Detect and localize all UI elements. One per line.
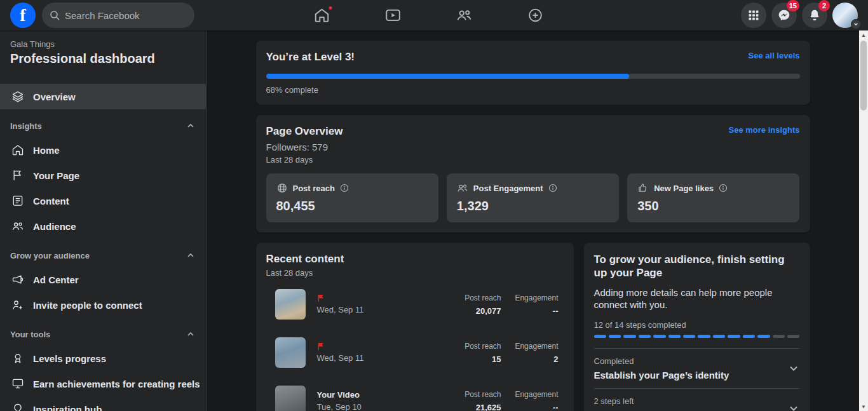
facebook-logo[interactable]: f	[10, 3, 36, 28]
notifications-button[interactable]: 2	[802, 3, 827, 28]
stat-value: 350	[637, 199, 789, 213]
info-icon[interactable]	[719, 184, 728, 192]
account-button[interactable]	[832, 3, 858, 28]
sidebar-section-grow-your-audience[interactable]: Grow your audience	[0, 244, 206, 267]
sidebar-item-earn-achievements[interactable]: Earn achievements for creating reels	[0, 371, 206, 396]
section-label: Grow your audience	[10, 251, 90, 260]
sidebar-item-content[interactable]: Content	[0, 188, 206, 213]
scrollbar-thumb[interactable]	[860, 41, 867, 111]
stat-post-engagement[interactable]: Post Engagement 1,329	[447, 173, 619, 222]
see-all-levels-link[interactable]: See all levels	[749, 51, 800, 60]
page-overview-title: Page Overview	[266, 125, 343, 138]
post-thumbnail[interactable]	[275, 386, 306, 411]
sidebar-item-invite-people[interactable]: Invite people to connect	[0, 292, 206, 318]
messenger-badge: 15	[787, 0, 799, 11]
medal-icon	[10, 351, 25, 366]
chevron-down-icon	[787, 362, 800, 375]
home-tab[interactable]	[294, 0, 350, 30]
accordion-establish-identity[interactable]: Completed Establish your Page’s identity	[594, 348, 800, 388]
topbar-left: f	[10, 3, 194, 28]
sidebar-section-your-tools[interactable]: Your tools	[0, 323, 206, 346]
scroll-down-arrow[interactable]: ▼	[859, 402, 868, 411]
post-title: Your Video	[317, 390, 362, 400]
groups-tab[interactable]	[437, 0, 492, 30]
content-column: You’re at Level 3! See all levels 68% co…	[256, 41, 810, 411]
topbar-right: 15 2	[741, 3, 858, 28]
step-segment	[743, 335, 755, 338]
sidebar-item-label: Overview	[33, 91, 76, 102]
flag-emoji-icon	[317, 342, 364, 351]
step-segment	[728, 335, 740, 338]
accordion-provide-info[interactable]: 2 steps left Provide info and preference…	[594, 388, 800, 411]
search-bar[interactable]	[42, 3, 194, 28]
sidebar: Gala Things Professional dashboard Overv…	[0, 30, 207, 411]
groups-icon	[456, 7, 473, 24]
sidebar-item-audience[interactable]: Audience	[0, 213, 206, 239]
chevron-up-icon	[186, 329, 196, 339]
see-more-insights-link[interactable]: See more insights	[729, 125, 800, 135]
home-icon	[10, 142, 25, 158]
sidebar-item-your-page[interactable]: Your Page	[0, 163, 206, 188]
step-segment	[639, 335, 651, 338]
page-overview-card: Page Overview See more insights Follower…	[256, 115, 810, 232]
sidebar-item-levels-progress[interactable]: Levels progress	[0, 346, 206, 371]
people-icon	[457, 182, 468, 194]
step-segment	[653, 335, 665, 338]
watch-tab[interactable]	[365, 0, 421, 30]
stat-row: Post reach 80,455 Post Engagement	[266, 173, 800, 222]
sidebar-header: Gala Things Professional dashboard	[0, 30, 206, 72]
engagement-value: 2	[513, 354, 559, 364]
step-segment	[698, 335, 710, 338]
bell-icon	[808, 9, 821, 22]
gaming-tab[interactable]	[508, 0, 564, 30]
watch-icon	[385, 7, 402, 24]
sidebar-item-overview[interactable]: Overview	[0, 84, 206, 109]
thumbs-up-icon	[637, 182, 649, 194]
step-segment	[668, 335, 681, 338]
sidebar-section-insights[interactable]: Insights	[0, 114, 206, 137]
info-icon[interactable]	[548, 184, 557, 192]
messenger-button[interactable]: 15	[771, 3, 797, 28]
recent-content-row[interactable]: Your Video Tue, Sep 10 Post reach 21,625…	[266, 386, 564, 411]
recent-content-title: Recent content	[266, 253, 564, 266]
level-progress-fill	[266, 74, 629, 79]
level-card: You’re at Level 3! See all levels 68% co…	[256, 41, 810, 105]
stat-label: Post reach	[293, 184, 335, 193]
steps-progress	[594, 335, 800, 338]
vertical-scrollbar[interactable]: ▲ ▼	[859, 30, 868, 411]
reach-value: 20,077	[456, 306, 501, 316]
sidebar-item-inspiration-hub[interactable]: Inspiration hub	[0, 396, 206, 411]
megaphone-icon	[10, 272, 25, 287]
info-icon[interactable]	[340, 184, 349, 192]
sidebar-item-ad-center[interactable]: Ad Center	[0, 267, 206, 292]
sidebar-item-label: Content	[33, 196, 69, 206]
sidebar-item-label: Home	[33, 145, 60, 156]
step-segment	[594, 335, 606, 338]
sidebar-item-label: Earn achievements for creating reels	[33, 379, 200, 389]
level-progress-label: 68% complete	[266, 85, 800, 95]
recent-content-period: Last 28 days	[266, 268, 564, 278]
level-progress-track	[266, 74, 800, 79]
reach-label: Post reach	[456, 293, 501, 302]
recent-content-row[interactable]: Wed, Sep 11 Post reach 20,077 Engagement…	[266, 289, 564, 320]
sidebar-item-home[interactable]: Home	[0, 137, 206, 163]
sidebar-item-label: Invite people to connect	[33, 300, 142, 311]
chevron-down-icon	[851, 19, 861, 29]
scroll-up-arrow[interactable]: ▲	[859, 30, 868, 39]
step-segment	[713, 335, 725, 338]
stat-new-page-likes[interactable]: New Page likes 350	[627, 173, 799, 222]
post-date: Wed, Sep 11	[317, 353, 364, 363]
reach-label: Post reach	[456, 342, 501, 351]
top-navigation-bar: f	[0, 0, 868, 30]
menu-button[interactable]	[741, 3, 766, 28]
engagement-label: Engagement	[513, 390, 559, 399]
stat-post-reach[interactable]: Post reach 80,455	[266, 173, 438, 222]
step-segment	[757, 335, 770, 338]
recent-content-row[interactable]: Wed, Sep 11 Post reach 15 Engagement 2	[266, 337, 564, 368]
globe-icon	[276, 182, 288, 194]
post-thumbnail[interactable]	[275, 337, 306, 368]
post-thumbnail[interactable]	[275, 289, 306, 320]
page-overview-period: Last 28 days	[266, 155, 800, 165]
grow-description: Adding more details can help more people…	[594, 286, 800, 311]
search-input[interactable]	[65, 10, 187, 21]
